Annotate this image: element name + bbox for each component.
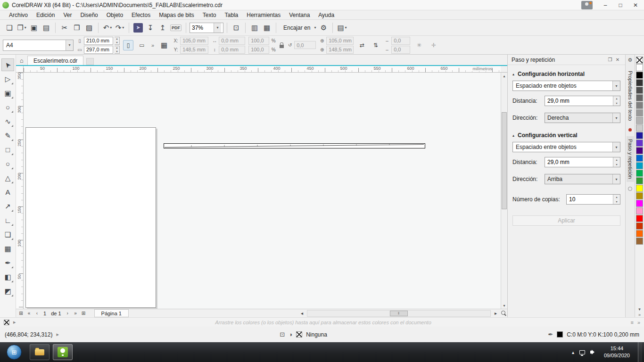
vertical-spacing-mode-combo[interactable]: Espaciado entre objetos ▾ (512, 142, 620, 152)
welcome-screen-button[interactable]: ➤ (132, 22, 144, 34)
fill-color-swatch[interactable] (296, 331, 302, 337)
tab-paso-y-repeticion[interactable]: Paso y repetición (627, 136, 634, 181)
page-height-field[interactable]: 297,0 mm (84, 46, 113, 54)
vertical-distance-input[interactable] (545, 159, 613, 165)
text-tool[interactable]: A (1, 186, 14, 198)
page-a4[interactable] (25, 127, 156, 308)
collapse-icon[interactable]: ▴ (512, 72, 514, 76)
spin-up-icon[interactable]: ▴ (613, 157, 620, 162)
add-page-icon[interactable]: ⊞ (17, 310, 25, 317)
color-swatch[interactable] (636, 200, 643, 207)
horizontal-distance-stepper[interactable]: ▴▾ (613, 96, 620, 106)
menu-herramientas[interactable]: Herramientas (242, 11, 285, 19)
portrait-button[interactable]: ▯ (123, 40, 133, 50)
color-swatch[interactable] (636, 117, 643, 124)
horizontal-scrollbar[interactable]: ⦀ (307, 310, 491, 317)
vertical-distance-field[interactable]: ▴▾ (545, 157, 620, 167)
options-button[interactable]: ⚙ (318, 22, 329, 34)
horizontal-ruler[interactable]: 50 100 150 200 250 300 350 400 450 500 5… (24, 66, 501, 73)
docker-float-icon[interactable]: ❐ (606, 57, 614, 62)
spin-up-icon[interactable]: ▴ (115, 46, 119, 50)
menu-ver[interactable]: Ver (59, 11, 76, 19)
horizontal-settings-section[interactable]: ▴ Configuración horizontal (512, 71, 620, 77)
page-tab[interactable]: Página 1 (94, 309, 129, 317)
color-swatch[interactable] (636, 192, 643, 199)
menu-archivo[interactable]: Archivo (5, 11, 32, 19)
color-swatch[interactable] (636, 222, 643, 230)
drop-shadow-tool[interactable]: ❏ (1, 228, 14, 241)
document-tab[interactable]: Escalerimetro.cdr (27, 56, 83, 65)
color-swatch[interactable] (636, 64, 643, 71)
lock-ratio-icon[interactable] (280, 45, 284, 48)
first-page-icon[interactable]: « (25, 310, 33, 317)
outline-color-swatch[interactable] (557, 331, 563, 337)
horizontal-distance-input[interactable] (545, 98, 613, 104)
volume-icon[interactable] (590, 349, 596, 355)
chevron-down-icon[interactable]: ▾ (612, 113, 620, 123)
menu-edicion[interactable]: Edición (32, 11, 59, 19)
snap-to-dropdown[interactable]: Encajar en▾ (280, 22, 317, 34)
menu-tabla[interactable]: Tabla (221, 11, 243, 19)
docker-collapse-icon[interactable] (628, 187, 632, 191)
chevron-down-icon[interactable]: ▾ (612, 142, 620, 152)
publish-pdf-button[interactable]: PDF (169, 22, 182, 34)
spin-up-icon[interactable]: ▴ (613, 195, 620, 199)
color-swatch[interactable] (636, 185, 643, 192)
user-account-icon[interactable] (581, 1, 593, 9)
spin-up-icon[interactable]: ▴ (613, 96, 620, 101)
tab-propiedades-del-texto[interactable]: Propiedades del texto (627, 68, 634, 123)
docker-options-gear-icon[interactable]: ⚙ (628, 57, 633, 63)
connector-tool[interactable]: ∟ (1, 214, 14, 227)
coords-menu-arrow-icon[interactable]: ▸ (56, 331, 59, 337)
print-button[interactable]: ▤ (41, 22, 52, 34)
chevron-down-icon[interactable]: ▾ (214, 23, 221, 33)
pin-icon[interactable] (628, 128, 632, 132)
spin-down-icon[interactable]: ▾ (115, 49, 119, 53)
start-button[interactable]: ⊞ (7, 345, 22, 360)
no-color-swatch[interactable] (636, 57, 643, 64)
page-width-stepper[interactable]: ▴▾ (115, 37, 120, 45)
zoom-level-combo[interactable]: ▾ (190, 23, 223, 33)
polygon-tool[interactable]: △ (1, 172, 14, 184)
spin-down-icon[interactable]: ▾ (613, 199, 620, 204)
chevron-down-icon[interactable]: ▾ (612, 174, 620, 184)
vertical-scroll-thumb[interactable] (502, 112, 507, 209)
menu-ayuda[interactable]: Ayuda (314, 11, 339, 19)
scroll-down-icon[interactable]: ▾ (501, 302, 507, 309)
ruler-origin[interactable] (16, 66, 24, 73)
vertical-scrollbar[interactable]: ▴ ▾ (501, 73, 507, 309)
treat-as-filled-button[interactable]: ✳ (413, 39, 425, 51)
spin-down-icon[interactable]: ▾ (613, 101, 620, 106)
object-width-field[interactable]: 0,0 mm (219, 37, 245, 45)
shape-tool[interactable]: ▷ (1, 73, 14, 85)
outline-pen-icon[interactable]: ✒ (548, 331, 553, 338)
cut-button[interactable]: ✂ (59, 22, 70, 34)
chevron-down-icon[interactable]: ▾ (66, 40, 73, 50)
spin-down-icon[interactable]: ▾ (115, 41, 119, 44)
color-swatch[interactable] (636, 230, 643, 237)
landscape-button[interactable]: ▭ (137, 40, 147, 50)
center-y-field[interactable]: 148,5 mm (326, 46, 354, 54)
scale-v-field[interactable]: 100,0 (248, 46, 269, 54)
menu-objeto[interactable]: Objeto (102, 11, 127, 19)
taskbar-coreldraw-button[interactable] (53, 344, 73, 360)
drawn-object[interactable] (163, 141, 426, 150)
palette-scroll-down-icon[interactable]: ▾ (638, 307, 641, 312)
copy-button[interactable]: ❒ (71, 22, 83, 34)
chevron-down-icon[interactable]: ▾ (612, 81, 620, 90)
color-swatch[interactable] (636, 140, 643, 147)
menu-ventana[interactable]: Ventana (285, 11, 314, 19)
crop-tool[interactable]: ▣ (1, 87, 14, 99)
scroll-left-icon[interactable]: ◂ (298, 310, 306, 317)
snap-target-button[interactable]: ✛ (428, 39, 439, 51)
paste-button[interactable]: ▨ (83, 22, 95, 34)
taskbar-clock[interactable]: 15:44 09/09/2020 (604, 345, 630, 359)
save-button[interactable]: ▣ (28, 22, 40, 34)
display-settings-icon[interactable]: ⊡ (280, 331, 285, 338)
menu-diseno[interactable]: Diseño (76, 11, 102, 19)
color-swatch[interactable] (636, 162, 643, 169)
palette-overflow-icon[interactable]: » (637, 320, 640, 325)
collapse-icon[interactable]: ▴ (512, 133, 514, 138)
home-tab-button[interactable]: ⌂ (17, 56, 26, 65)
page-size-preset-combo[interactable]: A4 ▾ (3, 40, 74, 51)
